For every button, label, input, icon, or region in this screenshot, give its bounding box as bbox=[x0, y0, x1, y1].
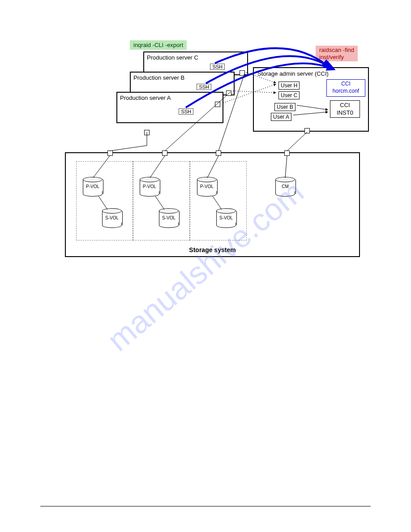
cm-cylinder: CM bbox=[275, 177, 295, 197]
port-icon bbox=[284, 150, 290, 156]
svol-cylinder: S-VOL bbox=[102, 208, 122, 228]
svg-line-9 bbox=[287, 132, 307, 151]
port-icon bbox=[304, 128, 310, 133]
admin-title: Storage admin server (CCI) bbox=[254, 68, 368, 79]
user-c: User C bbox=[278, 91, 300, 99]
server-c-ssh: SSH bbox=[210, 64, 225, 70]
cci-conf: CCI horcm.conf bbox=[326, 79, 365, 97]
port-icon bbox=[240, 70, 245, 76]
pvol-cylinder: P-VOL bbox=[197, 177, 217, 197]
footer-rule bbox=[40, 506, 371, 506]
admin-server: Storage admin server (CCI) User H User C… bbox=[253, 67, 369, 132]
cci-inst: CCI INST0 bbox=[330, 100, 360, 118]
vol-group-2 bbox=[133, 161, 190, 240]
port-icon bbox=[162, 150, 167, 156]
inqraid-tag: inqraid -CLI -export bbox=[130, 40, 187, 50]
port-icon bbox=[216, 150, 221, 156]
pvol-cylinder: P-VOL bbox=[140, 177, 159, 197]
pvol-cylinder: P-VOL bbox=[83, 177, 103, 197]
user-b: User B bbox=[274, 103, 295, 111]
storage-title: Storage system bbox=[66, 246, 359, 253]
svol-cylinder: S-VOL bbox=[159, 208, 179, 228]
server-a: Production server A SSH bbox=[116, 92, 223, 123]
vol-group-3 bbox=[190, 161, 247, 240]
vol-group-1 bbox=[76, 161, 133, 240]
storage-diagram: inqraid -CLI -export raidscan -find inst… bbox=[49, 40, 372, 264]
user-h: User H bbox=[278, 82, 300, 90]
server-a-ssh: SSH bbox=[179, 108, 193, 115]
user-a: User A bbox=[271, 113, 291, 121]
port-icon bbox=[107, 150, 113, 156]
server-c-label: Production server C bbox=[144, 54, 247, 61]
raidscan-tag: raidscan -find inst/verify bbox=[316, 46, 358, 61]
svol-cylinder: S-VOL bbox=[216, 208, 236, 228]
port-icon bbox=[226, 90, 231, 96]
port-icon bbox=[215, 102, 220, 107]
server-b-label: Production server B bbox=[131, 74, 234, 81]
svg-line-6 bbox=[110, 146, 147, 151]
port-icon bbox=[144, 130, 150, 135]
server-a-label: Production server A bbox=[117, 94, 223, 101]
server-b-ssh: SSH bbox=[197, 84, 211, 90]
